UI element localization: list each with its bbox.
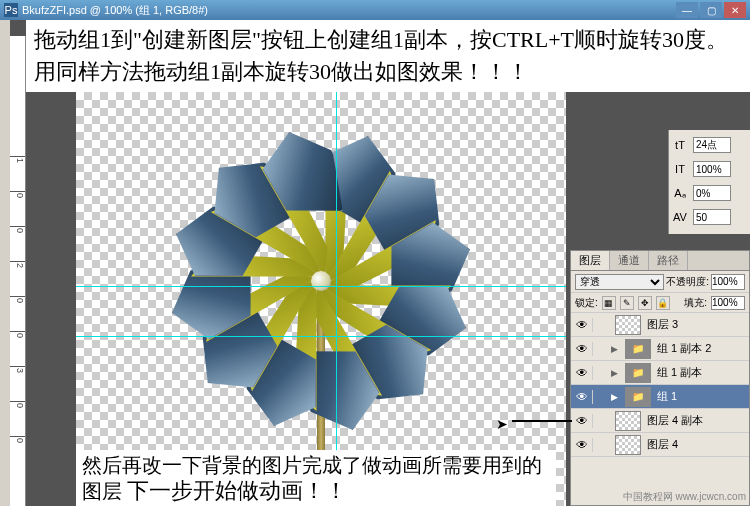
window-title: BkufzZFI.psd @ 100% (组 1, RGB/8#) (22, 3, 208, 18)
layer-thumbnail (615, 411, 641, 431)
character-panel: tT IT Aₐ AV (668, 130, 750, 234)
lock-transparency-icon[interactable]: ▦ (602, 296, 616, 310)
annotation-arrow (512, 420, 572, 422)
tools-toolbar[interactable] (0, 20, 10, 506)
scale-input[interactable] (693, 161, 731, 177)
folder-icon: 📁 (625, 387, 651, 407)
layer-row[interactable]: 👁图层 3 (571, 313, 749, 337)
baseline-icon: Aₐ (671, 187, 689, 200)
guide-horizontal[interactable] (76, 336, 566, 337)
tracking-icon: AV (671, 211, 689, 223)
pinwheel-hub (311, 271, 331, 291)
tutorial-instruction-top: 拖动组1到"创建新图层"按钮上创建组1副本，按CTRL+T顺时旋转30度。用同样… (26, 20, 750, 92)
tab-layers[interactable]: 图层 (571, 251, 610, 270)
expand-chevron-icon[interactable]: ▶ (611, 368, 621, 378)
font-size-icon: tT (671, 139, 689, 151)
layer-name[interactable]: 图层 4 (645, 437, 749, 452)
tracking-input[interactable] (693, 209, 731, 225)
layer-row[interactable]: 👁▶📁组 1 副本 2 (571, 337, 749, 361)
visibility-toggle-icon[interactable]: 👁 (571, 318, 593, 332)
panel-tabs: 图层 通道 路径 (571, 251, 749, 271)
lock-pixels-icon[interactable]: ✎ (620, 296, 634, 310)
layer-row[interactable]: 👁▶📁组 1 (571, 385, 749, 409)
visibility-toggle-icon[interactable]: 👁 (571, 414, 593, 428)
baseline-input[interactable] (693, 185, 731, 201)
layer-name[interactable]: 组 1 副本 (655, 365, 749, 380)
minimize-button[interactable]: — (676, 2, 698, 18)
scale-icon: IT (671, 163, 689, 175)
vertical-ruler[interactable]: 100200300 (10, 36, 26, 506)
blend-mode-select[interactable]: 穿透 (575, 274, 664, 290)
lock-label: 锁定: (575, 296, 598, 310)
visibility-toggle-icon[interactable]: 👁 (571, 366, 593, 380)
visibility-toggle-icon[interactable]: 👁 (571, 342, 593, 356)
tab-paths[interactable]: 路径 (649, 251, 688, 270)
opacity-input[interactable] (711, 274, 745, 290)
layer-thumbnail (615, 435, 641, 455)
guide-horizontal[interactable] (76, 286, 566, 287)
guide-vertical[interactable] (336, 36, 337, 506)
visibility-toggle-icon[interactable]: 👁 (571, 438, 593, 452)
layer-name[interactable]: 组 1 副本 2 (655, 341, 749, 356)
expand-chevron-icon[interactable]: ▶ (611, 392, 621, 402)
layers-list[interactable]: 👁图层 3👁▶📁组 1 副本 2👁▶📁组 1 副本👁▶📁组 1👁图层 4 副本👁… (571, 313, 749, 505)
watermark-text: 中国教程网 www.jcwcn.com (623, 490, 746, 504)
layer-name[interactable]: 图层 4 副本 (645, 413, 749, 428)
tutorial-instruction-bottom: 然后再改一下背景的图片完成了做动画所需要用到的图层 下一步开始做动画！！ (76, 450, 556, 506)
layer-row[interactable]: 👁图层 4 (571, 433, 749, 457)
layer-name[interactable]: 组 1 (655, 389, 749, 404)
cursor-arrow-icon: ➤ (496, 416, 508, 432)
layer-row[interactable]: 👁图层 4 副本 (571, 409, 749, 433)
fill-input[interactable] (711, 296, 745, 310)
expand-chevron-icon[interactable]: ▶ (611, 344, 621, 354)
opacity-label: 不透明度: (666, 275, 709, 289)
fill-label: 填充: (684, 296, 707, 310)
lock-all-icon[interactable]: 🔒 (656, 296, 670, 310)
close-button[interactable]: ✕ (724, 2, 746, 18)
maximize-button[interactable]: ▢ (700, 2, 722, 18)
folder-icon: 📁 (625, 339, 651, 359)
document-canvas[interactable]: ➤ (76, 36, 566, 506)
layers-panel: 图层 通道 路径 穿透 不透明度: 锁定: ▦ ✎ ✥ 🔒 填充: 👁图层 3👁… (570, 250, 750, 506)
tab-channels[interactable]: 通道 (610, 251, 649, 270)
font-size-input[interactable] (693, 137, 731, 153)
app-icon: Ps (4, 3, 18, 17)
layer-name[interactable]: 图层 3 (645, 317, 749, 332)
layer-row[interactable]: 👁▶📁组 1 副本 (571, 361, 749, 385)
folder-icon: 📁 (625, 363, 651, 383)
visibility-toggle-icon[interactable]: 👁 (571, 390, 593, 404)
lock-position-icon[interactable]: ✥ (638, 296, 652, 310)
layer-thumbnail (615, 315, 641, 335)
window-titlebar: Ps BkufzZFI.psd @ 100% (组 1, RGB/8#) — ▢… (0, 0, 750, 20)
